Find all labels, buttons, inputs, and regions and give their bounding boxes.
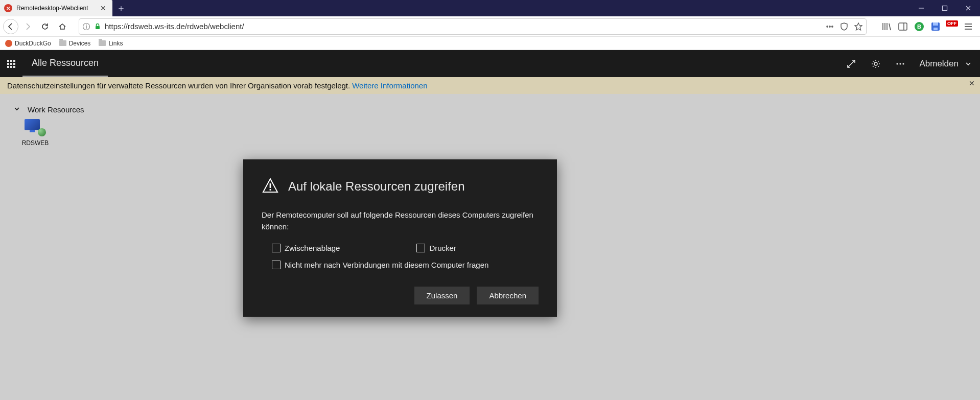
- svg-rect-23: [13, 63, 15, 65]
- bookmarks-bar: DuckDuckGo Devices Links: [0, 37, 980, 50]
- extension-off-icon[interactable]: OFF: [946, 21, 958, 32]
- reload-button[interactable]: [37, 18, 53, 35]
- settings-gear-icon[interactable]: [870, 58, 881, 69]
- hamburger-menu-icon[interactable]: [963, 21, 974, 32]
- window-minimize-button[interactable]: [909, 0, 933, 16]
- apps-grid-icon[interactable]: [0, 59, 22, 68]
- folder-icon: [59, 40, 66, 46]
- svg-rect-31: [270, 183, 271, 188]
- svg-rect-26: [13, 66, 15, 68]
- svg-rect-19: [10, 60, 12, 62]
- breadcrumb[interactable]: Alle Ressourcen: [22, 50, 108, 77]
- svg-point-5: [86, 25, 87, 26]
- checkbox-dont-ask[interactable]: Nicht mehr nach Verbindungen mit diesem …: [262, 261, 539, 269]
- bookmark-devices[interactable]: Devices: [59, 40, 91, 47]
- sidebar-toggle-icon[interactable]: [897, 21, 908, 32]
- app-header: Alle Ressourcen Abmelden: [0, 50, 980, 77]
- resource-group-title: Work Resources: [28, 105, 84, 114]
- svg-text:B: B: [917, 23, 921, 30]
- svg-rect-21: [7, 63, 9, 65]
- svg-rect-8: [899, 23, 907, 30]
- library-icon[interactable]: [881, 21, 892, 32]
- svg-point-29: [900, 63, 901, 64]
- new-tab-button[interactable]: ＋: [112, 0, 130, 16]
- svg-rect-20: [13, 60, 15, 62]
- forward-button[interactable]: [19, 18, 36, 35]
- bookmark-links[interactable]: Links: [99, 40, 123, 47]
- cancel-button[interactable]: Abbrechen: [477, 287, 539, 304]
- svg-point-28: [897, 63, 898, 64]
- privacy-notice-banner: Datenschutzeinstellungen für verwaltete …: [0, 77, 980, 94]
- window-close-button[interactable]: [956, 0, 980, 16]
- resource-item[interactable]: RDSWEB: [13, 119, 57, 147]
- checkbox-clipboard[interactable]: Zwischenablage: [272, 244, 340, 252]
- svg-point-27: [874, 62, 877, 65]
- checkbox-icon: [272, 261, 281, 269]
- svg-rect-7: [96, 26, 100, 29]
- sign-out-button[interactable]: Abmelden: [919, 59, 972, 69]
- svg-rect-25: [10, 66, 12, 68]
- checkbox-label: Drucker: [429, 244, 456, 252]
- checkbox-printer[interactable]: Drucker: [416, 244, 456, 252]
- remote-desktop-icon: [25, 119, 46, 136]
- svg-rect-1: [943, 6, 947, 11]
- bookmark-duckduckgo[interactable]: DuckDuckGo: [5, 40, 51, 47]
- url-text: https://rdsweb.ws-its.de/rdweb/webclient…: [105, 22, 825, 31]
- svg-rect-13: [933, 22, 938, 26]
- resource-group-header[interactable]: Work Resources: [0, 94, 980, 119]
- url-bar[interactable]: https://rdsweb.ws-its.de/rdweb/webclient…: [79, 18, 867, 35]
- back-button[interactable]: [3, 19, 18, 34]
- dialog-body: Der Remotecomputer soll auf folgende Res…: [262, 209, 539, 232]
- folder-icon: [99, 40, 106, 46]
- window-maximize-button[interactable]: [933, 0, 956, 16]
- browser-tab[interactable]: ✕ Remotedesktop-Webclient ✕: [0, 0, 112, 16]
- duckduckgo-icon: [5, 40, 12, 47]
- browser-navbar: https://rdsweb.ws-its.de/rdweb/webclient…: [0, 16, 980, 37]
- chevron-down-icon: [13, 105, 20, 114]
- svg-point-30: [903, 63, 904, 64]
- bookmark-label: DuckDuckGo: [15, 40, 51, 47]
- tab-close-icon[interactable]: ✕: [99, 4, 107, 12]
- fullscreen-icon[interactable]: [846, 58, 857, 69]
- browser-titlebar: ✕ Remotedesktop-Webclient ✕ ＋: [0, 0, 980, 16]
- bookmark-label: Links: [108, 40, 123, 47]
- svg-rect-32: [270, 189, 271, 191]
- notice-close-icon[interactable]: ✕: [969, 79, 975, 87]
- site-info-icon[interactable]: [82, 22, 90, 31]
- resource-label: RDSWEB: [13, 139, 57, 147]
- bookmark-star-icon[interactable]: [854, 22, 863, 31]
- extension-bplus-icon[interactable]: B: [914, 21, 925, 32]
- page-actions-icon[interactable]: •••: [825, 22, 834, 31]
- svg-rect-14: [934, 28, 938, 30]
- notice-more-link[interactable]: Weitere Informationen: [352, 81, 427, 90]
- checkbox-label: Nicht mehr nach Verbindungen mit diesem …: [285, 261, 488, 269]
- breadcrumb-label: Alle Ressourcen: [32, 58, 99, 68]
- sign-out-label: Abmelden: [919, 59, 959, 69]
- more-ellipsis-icon[interactable]: [895, 58, 906, 69]
- svg-rect-6: [86, 26, 86, 29]
- bookmark-label: Devices: [69, 40, 91, 47]
- lock-icon[interactable]: [94, 22, 102, 31]
- checkbox-icon: [416, 244, 425, 252]
- svg-rect-24: [7, 66, 9, 68]
- home-button[interactable]: [54, 18, 71, 35]
- dialog-title: Auf lokale Ressourcen zugreifen: [288, 179, 465, 194]
- svg-rect-18: [7, 60, 9, 62]
- checkbox-label: Zwischenablage: [285, 244, 340, 252]
- tab-favicon: ✕: [4, 4, 12, 12]
- save-disk-icon[interactable]: [930, 21, 941, 32]
- notice-text: Datenschutzeinstellungen für verwaltete …: [7, 81, 350, 90]
- tab-title: Remotedesktop-Webclient: [16, 5, 99, 12]
- extension-off-badge: OFF: [946, 20, 958, 27]
- reader-protection-icon[interactable]: [839, 22, 849, 31]
- checkbox-icon: [272, 244, 281, 252]
- svg-rect-22: [10, 63, 12, 65]
- warning-icon: [262, 177, 279, 196]
- local-resources-dialog: Auf lokale Ressourcen zugreifen Der Remo…: [243, 159, 557, 317]
- allow-button[interactable]: Zulassen: [414, 287, 470, 304]
